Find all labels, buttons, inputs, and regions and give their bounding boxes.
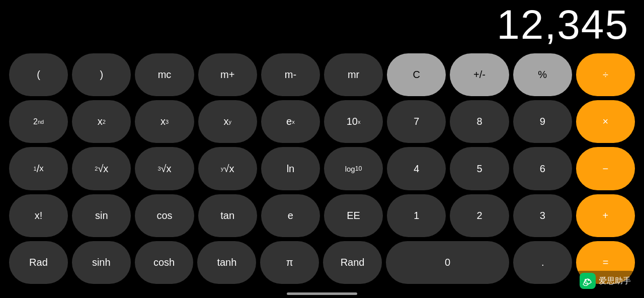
calculator-keypad: ()mcm+m-mrC+/-%÷2ndx2x3xyex10x789×1/x2√x… (0, 50, 644, 291)
row-3: x!sincostaneEE123+ (9, 194, 635, 237)
btn-second[interactable]: 2nd (9, 100, 68, 143)
row-4: RadsinhcoshtanhπRand0.= (9, 241, 635, 284)
btn-sqrt2[interactable]: 2√x (72, 147, 131, 190)
btn-one-over-x[interactable]: 1/x (9, 147, 68, 190)
btn-sqrt3[interactable]: 3√x (135, 147, 194, 190)
btn-plus[interactable]: + (576, 194, 635, 237)
btn-multiply[interactable]: × (576, 100, 635, 143)
home-bar (287, 292, 357, 295)
btn-m-minus[interactable]: m- (261, 53, 320, 96)
btn-nine[interactable]: 9 (513, 100, 572, 143)
btn-minus[interactable]: − (576, 147, 635, 190)
btn-five[interactable]: 5 (450, 147, 509, 190)
btn-tan[interactable]: tan (198, 194, 257, 237)
btn-close-paren[interactable]: ) (72, 53, 131, 96)
btn-divide[interactable]: ÷ (576, 53, 635, 96)
btn-x-cubed[interactable]: x3 (135, 100, 194, 143)
btn-x-power-y[interactable]: xy (198, 100, 257, 143)
row-0: ()mcm+m-mrC+/-%÷ (9, 53, 635, 96)
watermark-text: 爱思助手 (599, 276, 631, 286)
btn-mr[interactable]: mr (324, 53, 383, 96)
btn-six[interactable]: 6 (513, 147, 572, 190)
btn-x-squared[interactable]: x2 (72, 100, 131, 143)
btn-clear[interactable]: C (387, 53, 446, 96)
home-indicator (0, 291, 644, 298)
btn-eight[interactable]: 8 (450, 100, 509, 143)
row-1: 2ndx2x3xyex10x789× (9, 100, 635, 143)
btn-rad[interactable]: Rad (9, 241, 68, 284)
wechat-icon (580, 273, 596, 289)
btn-m-plus[interactable]: m+ (198, 53, 257, 96)
btn-ee[interactable]: EE (324, 194, 383, 237)
btn-three[interactable]: 3 (513, 194, 572, 237)
btn-four[interactable]: 4 (387, 147, 446, 190)
btn-mc[interactable]: mc (135, 53, 194, 96)
btn-open-paren[interactable]: ( (9, 53, 68, 96)
btn-sinh[interactable]: sinh (72, 241, 131, 284)
display-value: 12,345 (497, 4, 629, 45)
btn-ten-power-x[interactable]: 10x (324, 100, 383, 143)
display-area: 12,345 (0, 0, 644, 50)
btn-euler[interactable]: e (261, 194, 320, 237)
btn-decimal[interactable]: . (513, 241, 572, 284)
btn-cos[interactable]: cos (135, 194, 194, 237)
btn-ln[interactable]: ln (261, 147, 320, 190)
btn-factorial[interactable]: x! (9, 194, 68, 237)
btn-pi[interactable]: π (260, 241, 319, 284)
btn-seven[interactable]: 7 (387, 100, 446, 143)
btn-one[interactable]: 1 (387, 194, 446, 237)
btn-sin[interactable]: sin (72, 194, 131, 237)
btn-plus-minus[interactable]: +/- (450, 53, 509, 96)
btn-tanh[interactable]: tanh (197, 241, 256, 284)
watermark: 爱思助手 (576, 271, 635, 291)
btn-e-power-x[interactable]: ex (261, 100, 320, 143)
btn-cosh[interactable]: cosh (135, 241, 194, 284)
btn-two[interactable]: 2 (450, 194, 509, 237)
btn-percent[interactable]: % (513, 53, 572, 96)
btn-rand[interactable]: Rand (323, 241, 382, 284)
btn-log10[interactable]: log10 (324, 147, 383, 190)
btn-zero[interactable]: 0 (386, 241, 509, 284)
row-2: 1/x2√x3√xy√xlnlog10456− (9, 147, 635, 190)
btn-sqrty[interactable]: y√x (198, 147, 257, 190)
